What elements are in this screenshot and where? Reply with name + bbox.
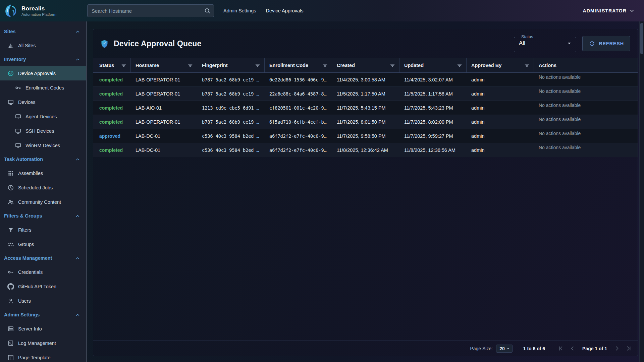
sidebar-item-agent-devices[interactable]: Agent Devices	[0, 109, 86, 124]
filter-icon[interactable]	[389, 62, 396, 69]
table-row[interactable]: completed LAB-DC-01 c536 40c3 9584 b2ed …	[93, 143, 638, 157]
column-header-actions: Actions	[534, 58, 638, 72]
sidebar-item-devices[interactable]: Devices	[0, 95, 86, 109]
top-bar: Borealis Automation Platform Admin Setti…	[0, 0, 644, 21]
table-row[interactable]: completed LAB-OPERATOR-01 b787 5ac2 68b9…	[93, 73, 638, 87]
section-label: Task Automation	[4, 157, 43, 162]
breadcrumb-separator	[261, 8, 261, 14]
sidebar-item-device-approvals[interactable]: Device Approvals	[0, 66, 86, 80]
sidebar-item-enrollment-codes[interactable]: Enrollment Codes	[0, 80, 86, 95]
sidebar-item-all-sites[interactable]: All Sites	[0, 38, 86, 53]
shield-icon	[100, 39, 109, 48]
table-row[interactable]: completed LAB-OPERATOR-01 b787 5ac2 68b9…	[93, 87, 638, 101]
first-page-icon[interactable]	[557, 345, 564, 352]
monitor-icon	[7, 99, 14, 106]
fingerprint-cell: b787 5ac2 68b9 ce19 …	[197, 91, 265, 97]
sidebar-item-label: Scheduled Jobs	[18, 185, 53, 190]
previous-page-icon[interactable]	[569, 345, 576, 352]
app-subtitle: Automation Platform	[21, 12, 56, 16]
sidebar-item-community-content[interactable]: Community Content	[0, 195, 86, 209]
table-row[interactable]: completed LAB-OPERATOR-01 b787 5ac2 68b9…	[93, 115, 638, 129]
sidebar-item-filters[interactable]: Filters	[0, 223, 86, 237]
user-menu[interactable]: ADMINISTRATOR	[583, 7, 635, 14]
sidebar-item-github-api-token[interactable]: GitHub API Token	[0, 279, 86, 294]
sidebar-item-label: Devices	[18, 100, 36, 105]
hostname-cell: LAB-DC-01	[131, 133, 197, 139]
sidebar-item-ssh-devices[interactable]: SSH Devices	[0, 124, 86, 138]
breadcrumb-device-approvals[interactable]: Device Approvals	[266, 8, 304, 13]
sidebar-item-winrm-devices[interactable]: WinRM Devices	[0, 138, 86, 153]
filter-icon[interactable]	[254, 62, 261, 69]
pager: Page 1 of 1	[557, 345, 632, 352]
column-header-approved-by[interactable]: Approved By	[467, 58, 534, 72]
scrollbar-thumb[interactable]	[640, 23, 643, 54]
created-cell: 11/4/2025, 3:00:58 AM	[332, 77, 399, 82]
table-header-row: Status Hostname Fingerprint Enrollment C…	[93, 58, 638, 73]
groups-icon	[7, 241, 14, 248]
monitor-icon	[15, 113, 21, 120]
page-size-select[interactable]: 20	[496, 345, 513, 353]
updated-cell: 11/7/2025, 8:02:00 PM	[399, 119, 467, 125]
search-icon[interactable]	[204, 7, 211, 14]
column-header-status[interactable]: Status	[93, 58, 131, 72]
approved-by-cell: admin	[467, 147, 534, 153]
check-circle-icon	[7, 70, 14, 77]
next-page-icon[interactable]	[613, 345, 621, 352]
created-cell: 11/5/2025, 1:17:50 AM	[332, 91, 399, 97]
sidebar-item-scheduled-jobs[interactable]: Scheduled Jobs	[0, 180, 86, 195]
chevron-up-icon	[74, 255, 81, 261]
table-row[interactable]: completed LAB-AIO-01 1213 cd9e cbe5 6d91…	[93, 101, 638, 115]
sidebar-item-server-info[interactable]: Server Info	[0, 321, 86, 336]
sidebar-item-label: Device Approvals	[18, 71, 56, 76]
sidebar-section-filters-groups[interactable]: Filters & Groups	[0, 209, 86, 223]
filter-icon[interactable]	[456, 62, 463, 69]
sidebar-item-assemblies[interactable]: Assemblies	[0, 166, 86, 180]
filter-icon[interactable]	[322, 62, 328, 69]
log-icon	[7, 340, 14, 347]
column-header-fingerprint[interactable]: Fingerprint	[197, 58, 265, 72]
sidebar-section-sites[interactable]: Sites	[0, 25, 86, 38]
brand-text: Borealis Automation Platform	[21, 5, 56, 16]
monitor-icon	[15, 128, 21, 134]
created-cell: 11/7/2025, 9:58:50 PM	[332, 133, 399, 139]
sidebar-section-inventory[interactable]: Inventory	[0, 53, 86, 66]
filter-icon[interactable]	[120, 62, 127, 69]
breadcrumb-admin-settings[interactable]: Admin Settings	[223, 8, 256, 13]
column-header-hostname[interactable]: Hostname	[131, 58, 197, 72]
section-label: Access Management	[4, 255, 52, 261]
section-label: Filters & Groups	[4, 213, 42, 219]
table-row[interactable]: approved LAB-DC-01 c536 40c3 9584 b2ed ……	[93, 129, 638, 143]
sidebar-item-groups[interactable]: Groups	[0, 237, 86, 251]
fingerprint-cell: b787 5ac2 68b9 ce19 …	[197, 77, 265, 82]
actions-cell: No actions available	[534, 101, 638, 108]
clock-icon	[7, 184, 14, 191]
page-size-label: Page Size:	[470, 346, 493, 351]
hostname-cell: LAB-OPERATOR-01	[131, 91, 197, 97]
sidebar-section-access-management[interactable]: Access Management	[0, 251, 86, 265]
column-header-created[interactable]: Created	[332, 58, 399, 72]
refresh-button[interactable]: REFRESH	[582, 36, 630, 51]
sidebar-item-page-template[interactable]: Page Template	[0, 350, 86, 362]
sidebar-item-credentials[interactable]: Credentials	[0, 265, 86, 279]
filter-icon[interactable]	[524, 62, 530, 69]
sidebar-item-users[interactable]: Users	[0, 294, 86, 308]
status-cell: approved	[93, 133, 131, 139]
status-filter-select[interactable]: Status All	[514, 35, 576, 52]
sidebar-item-log-management[interactable]: Log Management	[0, 336, 86, 350]
created-cell: 11/8/2025, 12:36:42 AM	[332, 147, 399, 153]
hostname-cell: LAB-OPERATOR-01	[131, 119, 197, 125]
filter-icon[interactable]	[187, 62, 194, 69]
vertical-scrollbar[interactable]	[639, 21, 644, 362]
table-footer: Page Size: 20 1 to 6 of 6 Page 1 of 1	[93, 341, 638, 356]
hostname-cell: LAB-OPERATOR-01	[131, 77, 197, 82]
server-icon	[7, 325, 14, 332]
column-header-enrollment-code[interactable]: Enrollment Code	[265, 58, 332, 72]
monitor-icon	[15, 142, 21, 149]
sidebar-item-label: Enrollment Codes	[25, 85, 64, 90]
table-body: completed LAB-OPERATOR-01 b787 5ac2 68b9…	[93, 73, 638, 341]
sidebar-section-task-automation[interactable]: Task Automation	[0, 153, 86, 166]
search-input[interactable]	[87, 4, 214, 17]
sidebar-section-admin-settings[interactable]: Admin Settings	[0, 308, 86, 321]
column-header-updated[interactable]: Updated	[399, 58, 467, 72]
last-page-icon[interactable]	[625, 345, 632, 352]
